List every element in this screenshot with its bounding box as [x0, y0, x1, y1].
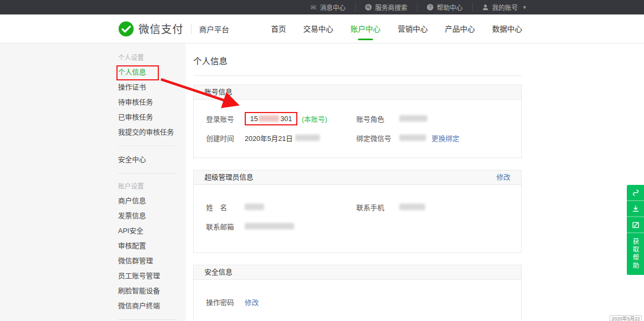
security-info-card: 安全信息 操作密码 修改 预留信息 未设置 修改 预留信息是由你自己设置的一段文…	[193, 265, 522, 321]
sidebar-item-merchant-info[interactable]: 商户信息	[118, 193, 186, 208]
help-icon: ?	[427, 4, 434, 11]
sidebar-item-pending-review-tasks[interactable]: 待审核任务	[118, 95, 186, 110]
bound-wechat-masked	[399, 135, 426, 141]
login-account-label: 登录账号	[206, 114, 245, 124]
brand-logo[interactable]: 微信支付 商户平台	[118, 21, 229, 37]
wechat-pay-logo-icon	[118, 21, 134, 37]
sidebar-section-personal-settings: 个人设置	[118, 51, 186, 65]
date-chip: 2020年5月22日	[610, 315, 642, 321]
security-info-card-title: 安全信息	[204, 268, 232, 276]
nav-account-center[interactable]: 账户中心	[350, 14, 380, 43]
change-binding-link[interactable]: 更换绑定	[431, 133, 459, 143]
sidebar-item-operation-certificate[interactable]: 操作证书	[118, 80, 186, 95]
account-row-2: 创建时间 2020年5月21日 绑定微信号 更换绑定	[206, 130, 521, 146]
message-center-menu[interactable]: ✉ 消息中心	[300, 0, 355, 14]
created-time-label: 创建时间	[206, 133, 245, 143]
security-row-password: 操作密码 修改	[206, 294, 521, 310]
sidebar-divider	[118, 319, 177, 320]
page-layout: 个人设置 个人信息 操作证书 待审核任务 已审核任务 我提交的审核任务 安全中心…	[0, 43, 644, 321]
reserve-edit-link[interactable]: 修改	[271, 319, 285, 321]
feedback-icon	[632, 221, 640, 229]
admin-row-2: 联系邮箱	[206, 218, 521, 234]
contact-phone-masked	[399, 204, 425, 210]
account-role-label: 账号角色	[356, 114, 399, 124]
feedback-button[interactable]	[627, 217, 644, 233]
my-account-label: 我的账号	[492, 3, 518, 12]
sidebar-item-my-submitted-tasks[interactable]: 我提交的审核任务	[118, 125, 186, 140]
annotation-box-login: 15 301	[245, 112, 297, 125]
security-row-reserve: 预留信息 未设置 修改	[206, 316, 521, 321]
sidebar-divider	[118, 146, 177, 146]
admin-name-masked	[245, 204, 264, 210]
security-info-card-body: 操作密码 修改 预留信息 未设置 修改 预留信息是由你自己设置的一段文字，用来鉴…	[194, 280, 521, 321]
sidebar-item-personal-info[interactable]: 个人信息	[118, 65, 186, 80]
message-center-label: 消息中心	[320, 3, 346, 12]
sidebar-item-security-center[interactable]: 安全中心	[118, 152, 186, 167]
brand-subtitle: 商户平台	[199, 24, 229, 34]
sidebar-item-wechat-group-mgmt[interactable]: 微信群管理	[118, 253, 186, 268]
user-icon	[482, 4, 489, 11]
admin-name-label: 姓 名	[206, 202, 245, 212]
contact-phone-label: 联系手机	[356, 202, 399, 212]
sidebar-item-face-device[interactable]: 刷脸智能设备	[118, 283, 186, 298]
created-time-masked	[295, 135, 320, 141]
hotline-icon	[632, 189, 640, 197]
login-account-masked	[259, 115, 279, 122]
get-help-label: 获取帮助	[631, 238, 640, 270]
current-account-tag: (本账号)	[302, 114, 327, 124]
sidebar-item-api-security[interactable]: API安全	[118, 223, 186, 238]
created-time-value: 2020年5月21日	[245, 133, 293, 143]
account-info-card: 账号信息 登录账号 15 301 (本账号) 账号角色	[193, 85, 522, 158]
sidebar-item-reviewed-tasks[interactable]: 已审核任务	[118, 110, 186, 125]
download-button[interactable]	[627, 201, 644, 217]
login-account-suffix: 301	[280, 115, 292, 123]
sidebar: 个人设置 个人信息 操作证书 待审核任务 已审核任务 我提交的审核任务 安全中心…	[0, 43, 186, 321]
account-info-card-title: 账号信息	[204, 88, 232, 96]
sidebar-divider	[118, 173, 177, 174]
password-edit-link[interactable]: 修改	[245, 297, 259, 307]
login-account-prefix: 15	[250, 115, 258, 123]
account-row-1: 登录账号 15 301 (本账号) 账号角色	[206, 110, 521, 126]
account-info-card-header: 账号信息	[194, 85, 521, 100]
operation-password-label: 操作密码	[206, 297, 245, 307]
sidebar-item-staff-account-mgmt[interactable]: 员工账号管理	[118, 268, 186, 283]
hotline-button[interactable]	[627, 185, 644, 201]
account-role-masked	[399, 115, 427, 122]
reserve-info-label: 预留信息	[206, 319, 245, 321]
search-icon	[365, 4, 372, 11]
nav-data-center[interactable]: 数据中心	[492, 14, 522, 43]
service-provider-search-label: 服务商搜索	[375, 3, 407, 12]
nav-product-center[interactable]: 产品中心	[445, 14, 475, 43]
bound-wechat-label: 绑定微信号	[356, 133, 399, 143]
service-provider-search-menu[interactable]: 服务商搜索	[355, 0, 417, 14]
contact-email-masked	[245, 223, 294, 229]
mail-icon: ✉	[310, 4, 317, 11]
main-content: 个人信息 账号信息 登录账号 15 301 (本账号)	[186, 43, 644, 321]
sidebar-item-review-config[interactable]: 审核配置	[118, 238, 186, 253]
help-center-menu[interactable]: ? 帮助中心	[417, 0, 472, 14]
nav-marketing-center[interactable]: 营销中心	[398, 14, 428, 43]
floating-help-bar: 获取帮助	[627, 185, 644, 275]
get-help-button[interactable]: 获取帮助	[627, 233, 644, 275]
contact-email-label: 联系邮箱	[206, 221, 245, 232]
page-title: 个人信息	[193, 50, 644, 76]
svg-text:?: ?	[429, 4, 431, 10]
download-icon	[632, 205, 640, 213]
top-utility-bar: ✉ 消息中心 服务商搜索 ? 帮助中心 我的账号 ▼	[0, 0, 644, 14]
security-info-card-header: 安全信息	[194, 265, 521, 280]
my-account-menu[interactable]: 我的账号 ▼	[472, 0, 537, 14]
admin-row-1: 姓 名 联系手机	[206, 199, 521, 215]
super-admin-card: 超级管理员信息 修改 姓 名 联系手机 联系邮箱	[193, 170, 522, 253]
main-header: 微信支付 商户平台 首页 交易中心 账户中心 营销中心 产品中心 数据中心	[0, 14, 644, 43]
sidebar-item-merchant-terminal[interactable]: 微信商户终端	[118, 298, 186, 313]
brand-divider	[191, 24, 192, 34]
help-center-label: 帮助中心	[437, 3, 463, 12]
nav-home[interactable]: 首页	[271, 14, 286, 43]
super-admin-card-title: 超级管理员信息	[204, 173, 253, 181]
super-admin-edit-link[interactable]: 修改	[496, 170, 510, 184]
nav-transaction-center[interactable]: 交易中心	[303, 14, 333, 43]
sidebar-item-invoice-info[interactable]: 发票信息	[118, 208, 186, 223]
super-admin-card-header: 超级管理员信息 修改	[194, 170, 521, 185]
title-divider	[193, 76, 522, 76]
account-info-card-body: 登录账号 15 301 (本账号) 账号角色	[194, 100, 521, 158]
